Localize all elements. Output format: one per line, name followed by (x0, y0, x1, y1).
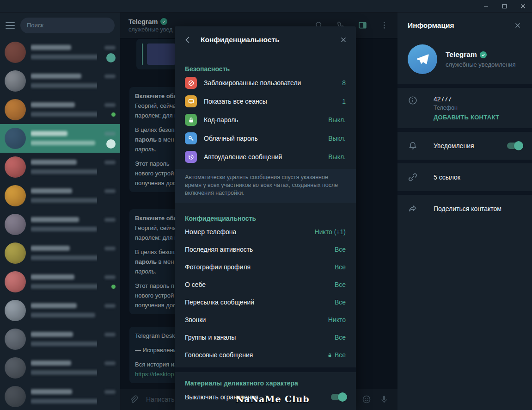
privacy-row[interactable]: Группы и каналыВсе (175, 329, 356, 346)
chat-avatar (5, 214, 26, 235)
security-row-value: Выкл. (328, 116, 346, 124)
share-contact-label: Поделиться контактом (434, 205, 522, 212)
chat-preview (31, 300, 97, 321)
sessions-icon (185, 95, 197, 107)
privacy-row[interactable]: Голосовые сообщенияВсе (175, 346, 356, 364)
share-contact-row[interactable]: Поделиться контактом (397, 195, 532, 223)
security-row-label: Облачный пароль (204, 135, 321, 142)
modal-close-icon[interactable] (339, 36, 348, 44)
chat-list-item[interactable] (0, 382, 120, 410)
chat-list-item[interactable] (0, 239, 120, 267)
chat-list-item[interactable] (0, 325, 120, 354)
privacy-row[interactable]: О себеВсе (175, 276, 356, 293)
chat-list-item[interactable] (0, 181, 120, 210)
cloud-password-key-icon (185, 132, 197, 144)
security-row-label: Показать все сеансы (204, 98, 335, 105)
chat-meta (102, 329, 116, 350)
profile-block: Telegram служебные уведомления (397, 38, 532, 84)
notifications-row[interactable]: Уведомления (397, 132, 532, 160)
passcode-lock-icon (185, 114, 197, 126)
phone-value: 42777 (434, 95, 522, 103)
chat-message-redacted (31, 112, 97, 117)
chat-time-redacted (104, 275, 116, 279)
chat-list-item[interactable] (0, 354, 120, 382)
privacy-row-label: Последняя активность (185, 246, 335, 253)
security-row-label: Код-пароль (204, 116, 321, 124)
privacy-row[interactable]: Последняя активностьВсе (175, 241, 356, 258)
security-row[interactable]: Заблокированные пользователи8 (175, 74, 356, 92)
notifications-toggle[interactable] (507, 143, 522, 149)
chat-list-item[interactable] (0, 296, 120, 325)
close-button[interactable] (514, 0, 532, 12)
phone-row[interactable]: 42777 Телефон (397, 88, 532, 113)
chat-name-redacted (31, 131, 67, 136)
shared-links-label: 5 ссылок (434, 174, 522, 181)
chat-list-item[interactable] (0, 153, 120, 181)
chat-preview (31, 42, 97, 63)
chat-list-item[interactable] (0, 95, 120, 124)
chat-time-redacted (104, 75, 116, 78)
maximize-button[interactable] (495, 0, 514, 12)
chat-preview (31, 99, 97, 120)
back-icon[interactable] (183, 35, 192, 44)
privacy-row[interactable]: Номер телефонаНикто (+1) (175, 223, 356, 241)
chat-time-redacted (104, 218, 116, 222)
chat-time-redacted (104, 304, 116, 308)
titlebar (0, 0, 532, 12)
chat-name-redacted (31, 360, 71, 366)
privacy-row[interactable]: ЗвонкиНикто (175, 311, 356, 329)
chat-list-item[interactable] (0, 124, 120, 153)
security-row-value: 1 (342, 98, 346, 105)
search-placeholder: Поиск (27, 22, 43, 29)
privacy-row[interactable]: Фотографии профиляВсе (175, 258, 356, 276)
online-dot (111, 112, 116, 117)
privacy-row[interactable]: Пересылка сообщенийВсе (175, 293, 356, 311)
chat-list-item[interactable] (0, 38, 120, 67)
menu-icon[interactable] (6, 22, 15, 29)
minimize-button[interactable] (477, 0, 495, 12)
chat-time-redacted (104, 161, 116, 164)
chat-avatar (5, 300, 26, 321)
privacy-row-label: Номер телефона (185, 228, 315, 236)
search-input[interactable]: Поиск (20, 18, 115, 33)
chat-message-redacted (31, 399, 97, 404)
shared-links-row[interactable]: 5 ссылок (397, 163, 532, 191)
telegram-window: Поиск Включите облГеоргий, сейчапаролем:… (0, 0, 532, 410)
privacy-row-label: Звонки (185, 316, 328, 323)
privacy-settings-modal: Конфиденциальность Безопасность Заблокир… (175, 26, 356, 410)
sensitive-section-heading: Материалы деликатного характера (175, 379, 356, 388)
disable-restrictions-toggle[interactable] (331, 394, 346, 400)
chat-list-item[interactable] (0, 67, 120, 95)
privacy-row-value: Все (335, 281, 346, 288)
chat-preview (31, 70, 97, 92)
chat-meta (102, 300, 116, 321)
chat-preview (31, 386, 97, 407)
online-dot (111, 285, 116, 289)
add-contact-button[interactable]: ДОБАВИТЬ КОНТАКТ (434, 114, 522, 121)
chat-time-redacted (104, 333, 116, 336)
chat-meta (102, 70, 116, 92)
privacy-row-value: Никто (328, 316, 346, 323)
chat-message-redacted (31, 284, 97, 289)
chat-list-item[interactable] (0, 210, 120, 239)
security-row[interactable]: Автоудаление сообщенийВыкл. (175, 148, 356, 166)
auto-delete-note: Автоматически удалять сообщения спустя у… (175, 169, 356, 203)
profile-subtitle: служебные уведомления (446, 61, 516, 68)
chat-message-redacted (31, 370, 97, 375)
section-divider (175, 367, 356, 372)
chat-list-item[interactable] (0, 267, 120, 296)
privacy-row-value: Никто (+1) (315, 228, 346, 236)
privacy-row-value: Все (327, 351, 346, 359)
chat-avatar (5, 329, 26, 350)
chat-name-redacted (31, 160, 77, 165)
telegram-avatar[interactable] (408, 44, 437, 74)
info-close-icon[interactable] (514, 21, 522, 30)
security-row[interactable]: Код-парольВыкл. (175, 111, 356, 129)
chat-message-redacted (31, 255, 97, 260)
chat-list (0, 38, 120, 410)
security-rows: Заблокированные пользователи8Показать вс… (175, 74, 356, 166)
panel-divider (397, 128, 532, 132)
chat-time-redacted (104, 103, 116, 107)
security-row[interactable]: Облачный парольВыкл. (175, 129, 356, 148)
security-row[interactable]: Показать все сеансы1 (175, 92, 356, 111)
